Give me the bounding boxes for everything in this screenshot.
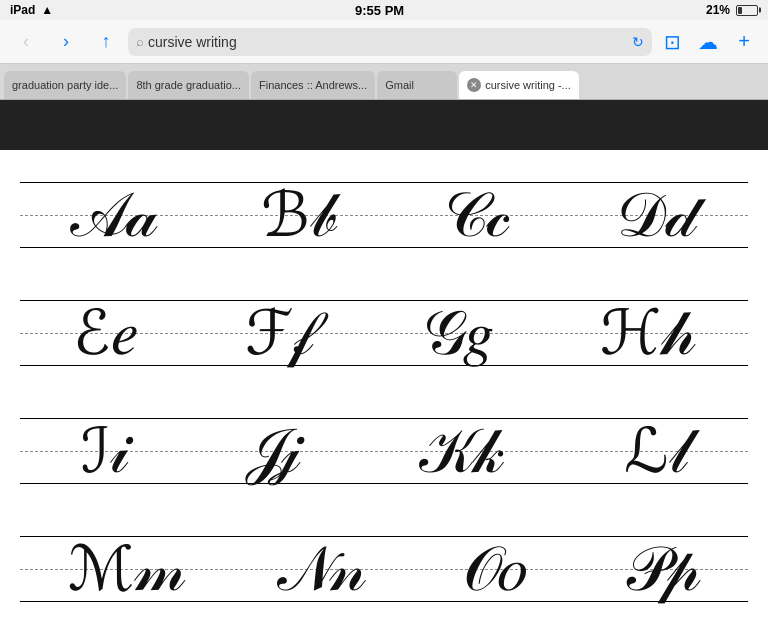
- cursive-row-4: ℳ𝓂 𝒩𝓃 𝒪𝑜 𝒫𝓅: [20, 514, 748, 624]
- search-icon: ⌕: [136, 34, 144, 49]
- wifi-icon: ▲: [41, 3, 53, 17]
- tab-3[interactable]: Finances :: Andrews...: [251, 71, 375, 99]
- battery-percent: 21%: [706, 3, 730, 17]
- cursive-letter-Nn: 𝒩𝓃: [279, 538, 365, 600]
- add-tab-button[interactable]: +: [728, 24, 760, 60]
- cloud-button[interactable]: ☁: [692, 24, 724, 60]
- content-area: 𝒜𝒶 ℬ𝒷 𝒞𝒸 𝒟𝒹 ℰ𝑒 ℱ𝒻 𝒢𝑔 ℋ𝒽 ℐ𝒾 𝒥𝒿 𝒦𝓀 ℒ𝓁 ℳ𝓂 𝒩…: [0, 150, 768, 640]
- page-header-band: [0, 100, 768, 150]
- status-right: 21%: [706, 3, 758, 17]
- status-left: iPad ▲: [10, 3, 53, 17]
- cursive-row-3: ℐ𝒾 𝒥𝒿 𝒦𝓀 ℒ𝓁: [20, 396, 748, 506]
- tab-close-icon[interactable]: ✕: [467, 78, 481, 92]
- refresh-button[interactable]: ↻: [632, 34, 644, 50]
- cursive-letter-Dd: 𝒟𝒹: [613, 184, 696, 246]
- cursive-letter-Mm: ℳ𝓂: [68, 538, 184, 600]
- tab-5-active[interactable]: ✕ cursive writing -...: [459, 71, 579, 99]
- search-text: cursive writing: [148, 34, 628, 50]
- cursive-letter-Pp: 𝒫𝓅: [623, 538, 700, 600]
- share-button[interactable]: ↑: [88, 24, 124, 60]
- cursive-letter-Ee: ℰ𝑒: [73, 302, 139, 364]
- cursive-row-1: 𝒜𝒶 ℬ𝒷 𝒞𝒸 𝒟𝒹: [20, 160, 748, 270]
- tab-1[interactable]: graduation party ide...: [4, 71, 126, 99]
- battery-icon: [736, 5, 758, 16]
- cursive-letter-Bb: ℬ𝒷: [261, 184, 336, 246]
- toolbar: ‹ › ↑ ⌕ cursive writing ↻ ⊡ ☁ +: [0, 20, 768, 64]
- forward-button[interactable]: ›: [48, 24, 84, 60]
- cursive-letter-Cc: 𝒞𝒸: [440, 184, 509, 246]
- cursive-letter-Ii: ℐ𝒾: [81, 420, 127, 482]
- cursive-row-2: ℰ𝑒 ℱ𝒻 𝒢𝑔 ℋ𝒽: [20, 278, 748, 388]
- cursive-letter-Hh: ℋ𝒽: [600, 302, 695, 364]
- cursive-letter-Kk: 𝒦𝓀: [421, 420, 503, 482]
- status-bar: iPad ▲ 9:55 PM 21%: [0, 0, 768, 20]
- cursive-letter-Gg: 𝒢𝑔: [419, 302, 494, 364]
- back-button[interactable]: ‹: [8, 24, 44, 60]
- cursive-letter-Aa: 𝒜𝒶: [72, 184, 157, 246]
- carrier-label: iPad: [10, 3, 35, 17]
- bookmark-button[interactable]: ⊡: [656, 24, 688, 60]
- status-time: 9:55 PM: [355, 3, 404, 18]
- tab-4[interactable]: Gmail: [377, 71, 457, 99]
- cursive-letter-Ff: ℱ𝒻: [245, 302, 312, 364]
- tabs-bar: graduation party ide... 8th grade gradua…: [0, 64, 768, 100]
- cursive-letter-Jj: 𝒥𝒿: [248, 420, 300, 482]
- cursive-letter-Oo: 𝒪𝑜: [461, 538, 528, 600]
- search-bar[interactable]: ⌕ cursive writing ↻: [128, 28, 652, 56]
- cursive-letter-Ll: ℒ𝓁: [624, 420, 687, 482]
- tab-2[interactable]: 8th grade graduatio...: [128, 71, 249, 99]
